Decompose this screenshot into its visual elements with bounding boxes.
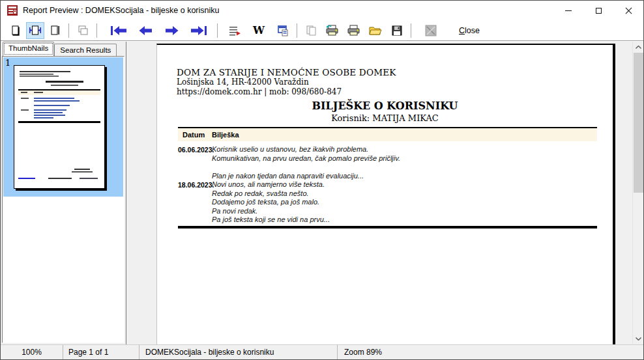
page-height-icon [49,25,61,36]
report-title: BILJEŠKE O KORISNIKU [157,100,613,112]
scroll-down-button[interactable] [633,333,644,344]
report-subtitle: Korisnik: MATIJA MIKAC [157,113,613,123]
close-rest: lose [465,26,480,35]
save-icon [391,25,403,36]
row-notes: Novi unos, ali namjerno više teksta. Red… [212,180,597,225]
tab-search-results[interactable]: Search Results [54,44,117,56]
status-bar: 100% Page 1 of 1 DOMEKSocijala - biljesk… [1,344,643,359]
table-body: 06.06.2023. Korisnik uselio u ustanovu, … [178,141,597,225]
page-width-icon [29,25,42,36]
notes-table: Datum Bilješka 06.06.2023. Korisnik usel… [178,127,597,228]
disabled-image-icon [425,25,437,36]
window-title: Report Preview : DOMEKSocijala - biljesk… [23,6,220,15]
note-line: Dodajemo još teksta, pa još malo. [212,198,597,207]
watermark-button[interactable]: W [250,22,268,39]
last-page-button[interactable] [188,22,210,39]
table-row: 18.06.2023. Novi unos, ali namjerno više… [178,180,597,225]
open-folder-icon [368,25,383,36]
panel-tabs: ThumbNails Search Results [3,42,117,56]
print-setup-button[interactable] [323,22,342,39]
note-line: Plan je nakon tjedan dana napraviti eval… [212,172,597,181]
toolbar-separator [297,23,297,38]
thumbnail-item-page-1[interactable]: 1 [3,57,123,197]
note-line: Pa još teksta koji se ne vidi na prvu... [212,215,597,225]
close-preview-button[interactable]: Close [452,23,486,38]
print-setup-icon [325,25,340,36]
report-preview-window: Report Preview : DOMEKSocijala - biljesk… [0,0,644,360]
thumbnail-list: 1 [2,56,124,343]
report-app-icon [7,5,18,16]
close-window-button[interactable] [613,1,643,20]
toolbar-separator [411,23,411,38]
org-name: DOM ZA STARIJE I NEMOĆNE OSOBE DOMEK [177,67,396,77]
scroll-up-button[interactable] [633,42,644,53]
last-page-icon [190,25,207,36]
status-report-name: DOMEKSocijala - biljeske o korisniku [139,345,338,359]
first-page-icon [110,25,127,36]
row-notes: Korisnik uselio u ustanovu, bez ikakvih … [212,145,597,180]
column-header-biljeska: Bilješka [212,131,239,139]
title-bar: Report Preview : DOMEKSocijala - biljesk… [1,1,643,20]
note-line: Novi unos, ali namjerno više teksta. [212,180,597,189]
status-zoom-info: Zoom 89% [338,345,643,359]
chevron-down-icon [636,337,641,340]
multiple-pages-button[interactable] [74,22,92,39]
window-controls [553,1,643,20]
previous-page-button[interactable] [134,22,156,39]
scrollbar-thumb[interactable] [634,53,643,193]
zoom-100-button[interactable] [46,22,64,39]
edit-page-icon [304,25,317,36]
toolbar-separator [217,23,218,38]
status-scale: 100% [1,345,63,359]
save-report-button[interactable] [388,22,406,39]
close-icon [625,7,632,14]
note-line [212,163,597,172]
table-bottom-rule [178,226,597,228]
column-header-datum: Datum [178,131,212,139]
copy-page-icon [276,25,289,36]
goto-page-icon [228,25,241,36]
close-accel: C [459,26,465,35]
watermark-icon: W [253,25,265,36]
minimize-button[interactable] [553,1,583,20]
copy-page-button[interactable] [274,22,292,39]
row-date: 06.06.2023. [178,145,212,180]
goto-page-button[interactable] [226,22,244,39]
maximize-icon [596,8,602,14]
thumbnail-panel: ThumbNails Search Results 1 [1,42,126,344]
previous-page-icon [138,25,153,36]
edit-page-button[interactable] [302,22,320,39]
vertical-scrollbar[interactable] [632,42,643,344]
report-page: DOM ZA STARIJE I NEMOĆNE OSOBE DOMEK Loš… [156,44,615,344]
open-report-button[interactable] [366,22,385,39]
table-row: 06.06.2023. Korisnik uselio u ustanovu, … [178,145,597,180]
org-contact: https://domek.com.hr | mob: 098/680-847 [177,87,396,97]
note-line: Korisnik uselio u ustanovu, bez ikakvih … [212,145,597,154]
print-icon [347,25,361,36]
note-line: Komunikativan, na prvu uredan, čak pomal… [212,154,597,163]
multiple-pages-icon [76,25,89,36]
zoom-whole-page-button[interactable] [7,22,25,39]
zoom-page-width-button[interactable] [26,22,44,39]
report-header-block: DOM ZA STARIJE I NEMOĆNE OSOBE DOMEK Loš… [177,67,396,97]
toolbar: W Close [1,20,643,41]
next-page-button[interactable] [161,22,183,39]
main-area: ThumbNails Search Results 1 [1,42,643,344]
print-button[interactable] [345,22,363,39]
maximize-button[interactable] [583,1,613,20]
toolbar-separator [96,23,97,38]
preview-area: DOM ZA STARIJE I NEMOĆNE OSOBE DOMEK Loš… [126,42,643,344]
next-page-icon [164,25,180,36]
tab-thumbnails[interactable]: ThumbNails [3,42,54,56]
whole-page-icon [10,25,22,36]
thumbnail-page-number: 1 [5,58,10,68]
thumbnail-page-preview [14,65,105,189]
minimize-icon [565,10,572,11]
toolbar-separator [68,23,69,38]
first-page-button[interactable] [108,22,130,39]
chevron-up-icon [636,46,641,49]
status-page-info: Page 1 of 1 [63,345,139,359]
note-line: Redak po redak, svašta nešto. [212,189,597,199]
disabled-image-button [422,22,440,39]
note-line: Pa novi redak. [212,207,597,216]
